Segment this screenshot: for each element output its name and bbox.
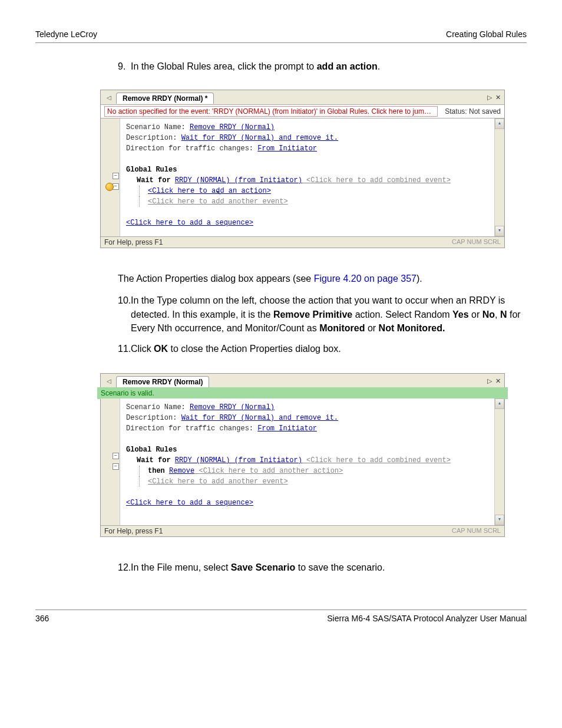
status-bar: For Help, press F1 CAP NUM SCRL (101, 236, 504, 248)
warning-message[interactable]: No action specified for the event: 'RRDY… (104, 106, 438, 117)
event-link[interactable]: RRDY (NORMAL) (from Initiator) (175, 176, 302, 185)
close-icon[interactable]: ✕ (495, 377, 501, 385)
tab-scenario[interactable]: Remove RRDY (Normal) (116, 376, 209, 387)
tab-prev-icon[interactable]: ◁ (104, 378, 114, 384)
scroll-down-icon[interactable]: ▾ (495, 226, 504, 236)
add-sequence-link[interactable]: <Click here to add a sequence> (126, 219, 253, 227)
direction-link[interactable]: From Initiator (257, 424, 317, 433)
close-icon[interactable]: ✕ (495, 94, 501, 101)
fold-icon[interactable]: − (113, 453, 119, 459)
add-combined-event-link[interactable]: <Click here to add combined event> (302, 456, 451, 465)
status-bar: For Help, press F1 CAP NUM SCRL (101, 525, 504, 536)
tab-next-icon[interactable]: ▷ (487, 377, 492, 385)
tab-bar: ◁ Remove RRDY (Normal) * ▷ ✕ (101, 90, 504, 105)
code-area[interactable]: Scenario Name: Remove RRDY (Normal) Desc… (120, 398, 494, 525)
code-editor: − − Scenario Name: Remove RRDY (Normal) … (101, 118, 504, 236)
step-text: In the Type column on the left, choose t… (131, 294, 521, 335)
scroll-down-icon[interactable]: ▾ (495, 515, 504, 525)
page-header: Teledyne LeCroy Creating Global Rules (35, 29, 527, 43)
global-rules-label: Global Rules (126, 166, 177, 174)
fold-icon[interactable]: − (113, 173, 119, 179)
code-editor: − − Scenario Name: Remove RRDY (Normal) … (101, 398, 504, 525)
editor-gutter: − − (101, 398, 120, 525)
tab-scenario[interactable]: Remove RRDY (Normal) * (116, 93, 214, 104)
tab-bar: ◁ Remove RRDY (Normal) ▷ ✕ (101, 374, 504, 388)
tab-next-icon[interactable]: ▷ (487, 94, 492, 101)
page-number: 366 (35, 614, 49, 623)
mid-paragraph: The Action Properties dialog box appears… (118, 272, 521, 285)
global-rules-label: Global Rules (126, 446, 177, 454)
scroll-up-icon[interactable]: ▴ (495, 118, 504, 129)
add-another-event-link[interactable]: <Click here to add another event> (148, 477, 288, 486)
event-link[interactable]: RRDY (NORMAL) (from Initiator) (175, 456, 302, 465)
step-number: 10. (118, 294, 131, 335)
figure-crossref-link[interactable]: Figure 4.20 on page 357 (314, 274, 416, 284)
vertical-scrollbar[interactable]: ▴ ▾ (494, 118, 504, 236)
step-text: In the File menu, select Save Scenario t… (131, 561, 521, 574)
step-number: 12. (118, 561, 131, 574)
scenario-editor-window-valid: ◁ Remove RRDY (Normal) ▷ ✕ Scenario is v… (100, 373, 505, 537)
step-number: 11. (118, 342, 131, 355)
add-another-event-link[interactable]: <Click here to add another event> (148, 197, 288, 206)
step-text: Click OK to close the Action Properties … (131, 342, 521, 355)
scenario-name-link[interactable]: Remove RRDY (Normal) (190, 403, 275, 411)
page-footer: 366 Sierra M6-4 SAS/SATA Protocol Analyz… (35, 610, 527, 623)
step-10: 10. In the Type column on the left, choo… (118, 294, 521, 335)
header-right: Creating Global Rules (446, 29, 527, 39)
scroll-up-icon[interactable]: ▴ (495, 398, 504, 409)
valid-message: Scenario is valid. (97, 387, 508, 399)
action-link[interactable]: Remove (169, 467, 194, 475)
editor-gutter: − − (101, 118, 120, 236)
step-9: 9. In the Global Rules area, click the p… (118, 60, 521, 73)
info-bar: Scenario is valid. (101, 388, 504, 398)
direction-link[interactable]: From Initiator (257, 144, 317, 153)
manual-title: Sierra M6-4 SAS/SATA Protocol Analyzer U… (327, 614, 527, 623)
step-11: 11. Click OK to close the Action Propert… (118, 342, 521, 355)
tab-controls: ▷ ✕ (487, 94, 501, 101)
add-sequence-link[interactable]: <Click here to add a sequence> (126, 499, 253, 507)
scenario-editor-window: ◁ Remove RRDY (Normal) * ▷ ✕ No action s… (100, 90, 505, 248)
add-combined-event-link[interactable]: <Click here to add combined event> (302, 176, 451, 185)
fold-icon[interactable]: − (113, 463, 119, 470)
add-another-action-link[interactable]: <Click here to add another action> (194, 467, 343, 475)
description-link[interactable]: Wait for RRDY (Normal) and remove it. (181, 134, 338, 142)
help-hint: For Help, press F1 (104, 238, 163, 246)
info-bar: No action specified for the event: 'RRDY… (101, 105, 504, 118)
help-hint: For Help, press F1 (104, 527, 163, 535)
step-number: 9. (118, 60, 131, 73)
step-12: 12. In the File menu, select Save Scenar… (118, 561, 521, 574)
code-area[interactable]: Scenario Name: Remove RRDY (Normal) Desc… (120, 118, 494, 236)
scenario-name-link[interactable]: Remove RRDY (Normal) (190, 123, 275, 131)
tab-prev-icon[interactable]: ◁ (104, 94, 114, 101)
keyboard-status: CAP NUM SCRL (452, 238, 501, 246)
add-action-link[interactable]: <Click here to add an action> (148, 187, 271, 195)
tab-controls: ▷ ✕ (487, 377, 501, 385)
keyboard-status: CAP NUM SCRL (452, 527, 501, 535)
save-status: Status: Not saved (441, 107, 501, 116)
header-left: Teledyne LeCroy (35, 29, 97, 39)
description-link[interactable]: Wait for RRDY (Normal) and remove it. (181, 414, 338, 422)
step-text: In the Global Rules area, click the prom… (131, 60, 521, 73)
vertical-scrollbar[interactable]: ▴ ▾ (494, 398, 504, 525)
